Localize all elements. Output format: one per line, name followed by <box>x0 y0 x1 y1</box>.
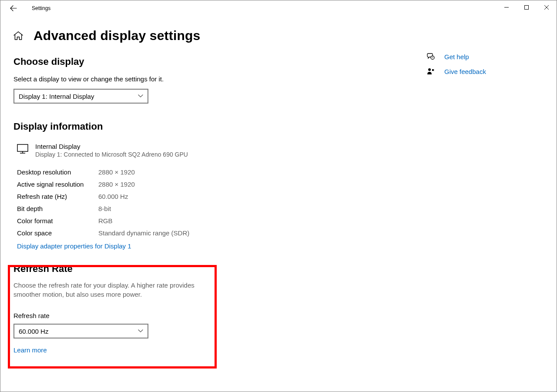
learn-more-link[interactable]: Learn more <box>13 346 47 354</box>
maximize-button[interactable] <box>517 0 537 14</box>
back-arrow-icon <box>10 5 17 12</box>
close-icon <box>544 5 549 10</box>
minimize-button[interactable] <box>497 0 517 14</box>
choose-display-instruction: Select a display to view or change the s… <box>13 75 309 83</box>
get-help-link[interactable]: ? Get help <box>427 53 544 60</box>
display-adapter-link[interactable]: Display adapter properties for Display 1 <box>17 242 131 250</box>
app-title: Settings <box>32 5 50 11</box>
display-selector-value: Display 1: Internal Display <box>19 93 94 100</box>
page-header: Advanced display settings <box>13 28 309 43</box>
info-value: 2880 × 1920 <box>98 168 135 176</box>
info-label: Color space <box>17 229 98 237</box>
svg-rect-1 <box>17 144 28 151</box>
close-button[interactable] <box>537 0 557 14</box>
maximize-icon <box>524 5 529 10</box>
info-label: Desktop resolution <box>17 168 98 176</box>
display-info-table: Desktop resolution 2880 × 1920 Active si… <box>17 166 309 239</box>
table-row: Active signal resolution 2880 × 1920 <box>17 178 309 190</box>
feedback-icon <box>427 68 435 75</box>
chat-help-icon: ? <box>427 53 435 60</box>
table-row: Color space Standard dynamic range (SDR) <box>17 227 309 239</box>
back-button[interactable] <box>6 0 21 16</box>
display-hero-titles: Internal Display Display 1: Connected to… <box>35 143 188 158</box>
info-value: RGB <box>98 217 113 224</box>
info-label: Active signal resolution <box>17 181 98 188</box>
side-column: ? Get help Give feedback <box>309 28 544 354</box>
home-icon[interactable] <box>13 31 23 40</box>
display-hero: Internal Display Display 1: Connected to… <box>17 143 309 158</box>
main-column: Advanced display settings Choose display… <box>13 28 309 354</box>
refresh-rate-section: Refresh Rate Choose the refresh rate for… <box>13 263 309 354</box>
choose-display-heading: Choose display <box>13 56 309 67</box>
get-help-label: Get help <box>444 53 469 60</box>
info-value: Standard dynamic range (SDR) <box>98 229 189 237</box>
refresh-rate-value: 60.000 Hz <box>19 328 48 335</box>
titlebar: Settings <box>0 0 557 16</box>
display-hero-subtitle: Display 1: Connected to Microsoft SQ2 Ad… <box>35 151 188 158</box>
info-label: Color format <box>17 217 98 224</box>
refresh-rate-heading: Refresh Rate <box>13 263 309 275</box>
give-feedback-label: Give feedback <box>444 68 486 75</box>
monitor-icon <box>17 144 28 154</box>
info-value: 60.000 Hz <box>98 193 128 200</box>
info-label: Bit depth <box>17 205 98 212</box>
table-row: Desktop resolution 2880 × 1920 <box>17 166 309 178</box>
info-label: Refresh rate (Hz) <box>17 193 98 200</box>
svg-rect-0 <box>525 6 529 10</box>
chevron-down-icon <box>138 329 143 333</box>
display-info-heading: Display information <box>13 121 309 132</box>
minimize-icon <box>504 5 509 10</box>
info-value: 2880 × 1920 <box>98 181 135 188</box>
display-hero-name: Internal Display <box>35 143 188 150</box>
refresh-rate-dropdown[interactable]: 60.000 Hz <box>13 324 148 338</box>
give-feedback-link[interactable]: Give feedback <box>427 67 544 75</box>
refresh-rate-field-label: Refresh rate <box>13 312 309 319</box>
table-row: Refresh rate (Hz) 60.000 Hz <box>17 190 309 202</box>
chevron-down-icon <box>138 94 143 98</box>
content-area: Advanced display settings Choose display… <box>0 16 557 354</box>
page-title: Advanced display settings <box>34 28 200 43</box>
table-row: Bit depth 8-bit <box>17 202 309 214</box>
table-row: Color format RGB <box>17 214 309 227</box>
svg-point-4 <box>428 68 431 71</box>
caption-buttons <box>497 0 557 14</box>
info-value: 8-bit <box>98 205 111 212</box>
display-selector-dropdown[interactable]: Display 1: Internal Display <box>13 89 148 104</box>
refresh-rate-description: Choose the refresh rate for your display… <box>13 281 205 299</box>
